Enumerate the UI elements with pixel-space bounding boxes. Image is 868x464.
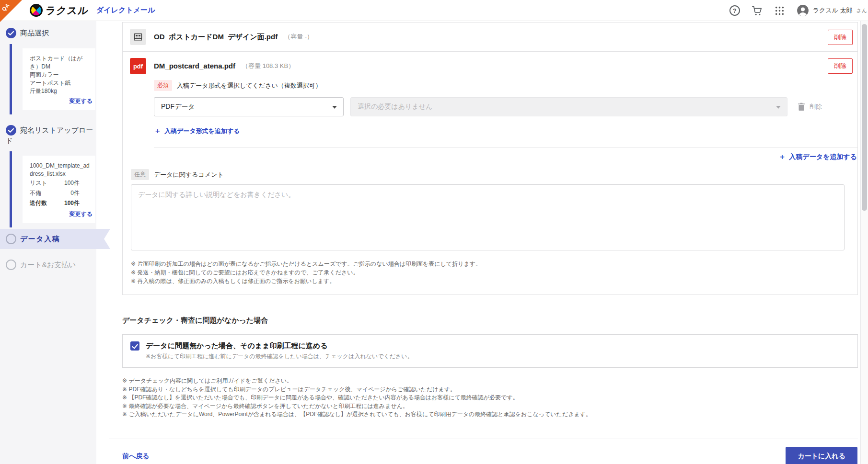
data-format-select[interactable]: PDFデータ [154, 97, 344, 116]
note-line: ※ PDF確認あり・なしどちらを選択しても印刷データのプレビューはデータチェック… [122, 386, 858, 394]
change-product-link[interactable]: 変更する [30, 97, 93, 105]
back-link[interactable]: 前へ戻る [122, 452, 150, 461]
service-title: ダイレクトメール [96, 6, 155, 15]
sidebar-step-data-upload[interactable]: データ入稿 [0, 229, 110, 249]
add-data-link[interactable]: ＋ 入稿データを追加する [778, 152, 857, 161]
note-line: ※ ご入稿いただいたデータにWord、PowerPointが含まれる場合は、【P… [122, 411, 858, 419]
proceed-to-print-checkbox[interactable] [130, 341, 139, 351]
raksul-logo-icon [30, 4, 43, 17]
user-name: ラクスル 太郎 [813, 6, 853, 15]
help-icon[interactable]: ? [729, 5, 741, 16]
product-summary-card: ポストカード（はがき）DM 両面カラー アートポスト紙 斤量180kg 変更する [23, 48, 95, 110]
main-content: OD_ポストカードDM_デザイン面.pdf （容量 -） 削除 pdf DM_p… [96, 21, 868, 464]
product-line: 両面カラー [30, 71, 93, 79]
qa-ribbon: QA [0, 0, 22, 22]
delete-format-row-label: 削除 [810, 102, 822, 111]
format-option-select-disabled[interactable]: 選択の必要はありません [350, 97, 787, 116]
note-line: ※ 再入稿の際は、修正面のみの入稿もしくは修正面のご指示をお願いします。 [131, 277, 850, 285]
raksul-logo[interactable]: ラクスル [30, 4, 89, 17]
required-badge: 必須 [154, 80, 172, 91]
page-scrollbar-track [860, 21, 868, 464]
add-format-link[interactable]: ＋ 入稿データ形式を追加する [154, 126, 240, 136]
change-address-list-link[interactable]: 変更する [30, 210, 93, 218]
section-divider [154, 147, 857, 147]
delete-file-button[interactable]: 削除 [828, 58, 853, 74]
proceed-to-print-note: ※お客様にて印刷工程に進む前にデータの最終確認をしたい場合は、チェックは入れない… [146, 352, 413, 361]
file-name: OD_ポストカードDM_デザイン面.pdf [154, 29, 278, 45]
format-instruction: 入稿データ形式を選択してください（複数選択可） [177, 81, 322, 90]
list-count-row: リスト 100件 [30, 178, 80, 188]
data-check-panel: データに問題無かった場合、そのまま印刷工程に進める ※お客様にて印刷工程に進む前… [122, 334, 858, 368]
comment-textarea[interactable] [131, 184, 845, 250]
cart-icon[interactable] [752, 5, 763, 16]
product-line: 斤量180kg [30, 87, 93, 95]
sidebar-step-cart-payment[interactable]: カート&お支払い [0, 255, 96, 270]
product-line: ポストカード（はがき）DM [30, 55, 93, 71]
trash-icon [798, 102, 805, 111]
file-size: （容量 -） [284, 29, 313, 45]
add-to-cart-button[interactable]: カートに入れる [786, 447, 857, 464]
product-line: アートポスト紙 [30, 79, 93, 87]
step-circle-icon [6, 260, 16, 270]
proceed-to-print-label: データに問題無かった場合、そのまま印刷工程に進める [146, 341, 413, 350]
steps-sidebar: 商品選択 ポストカード（はがき）DM 両面カラー アートポスト紙 斤量180kg… [0, 21, 96, 464]
uploaded-file-row-pdf: pdf DM_postcard_atena.pdf （容量 108.3 KB） … [123, 52, 857, 136]
step-done-check-icon [6, 125, 16, 136]
step-done-check-icon [6, 28, 16, 38]
note-line: ※ 片面印刷の折加工の場合はどの面が表になるかご指示いただけるとスムーズです。ご… [131, 260, 850, 268]
comment-section: 任意 データに関するコメント ※ 片面印刷の折加工の場合はどの面が表になるかご指… [123, 161, 857, 294]
plus-icon: ＋ [154, 126, 161, 136]
sidebar-step-address-list[interactable]: 宛名リストアップロード [0, 118, 96, 146]
file-size: （容量 108.3 KB） [242, 58, 294, 74]
data-check-notes: ※ データチェック内容に関してはご利用ガイドをご覧ください。 ※ PDF確認あり… [122, 377, 858, 419]
comment-label: データに関するコメント [154, 170, 224, 179]
error-count-row: 不備 0件 [30, 188, 80, 198]
step-circle-icon [6, 234, 16, 244]
note-line: ※ 最終確認が必要な場合、マイページから最終確認ボタンを押していただかないと印刷… [122, 403, 858, 410]
upload-notes: ※ 片面印刷の折加工の場合はどの面が表になるかご指示いただけるとスムーズです。ご… [131, 260, 850, 285]
step-label: データ入稿 [20, 235, 60, 243]
step-label: 商品選択 [20, 29, 49, 37]
note-line: ※ 発送・納期・梱包に関してのご要望にはお応えできかねますので、ご了承ください。 [131, 269, 850, 276]
qa-ribbon-label: QA [0, 2, 11, 12]
note-line: ※ 【PDF確認なし】を選択いただいた場合でも、印刷データに問題がある場合や、確… [122, 394, 858, 402]
sidebar-step-product[interactable]: 商品選択 [0, 21, 96, 38]
plus-icon: ＋ [778, 152, 786, 161]
raksul-logo-text: ラクスル [45, 4, 90, 17]
avatar-icon [797, 4, 809, 17]
account-menu[interactable]: ラクスル 太郎 さん [797, 4, 867, 17]
delete-file-button[interactable]: 削除 [828, 30, 853, 45]
address-list-summary-card: 1000_DM_template_address_list.xlsx リスト 1… [23, 156, 95, 223]
uploaded-file-row-design: OD_ポストカードDM_デザイン面.pdf （容量 -） 削除 [123, 23, 857, 51]
data-upload-panel: OD_ポストカードDM_デザイン面.pdf （容量 -） 削除 pdf DM_p… [122, 22, 858, 295]
step-label: 宛名リストアップロード [6, 126, 93, 145]
page-scrollbar-thumb[interactable] [862, 24, 867, 211]
delete-format-row-control[interactable]: 削除 [798, 102, 822, 111]
note-line: ※ データチェック内容に関してはご利用ガイドをご覧ください。 [122, 377, 858, 385]
app-header: QA ラクスル ダイレクトメール ? [0, 0, 868, 21]
send-count-row: 送付数 100件 [30, 198, 80, 208]
user-name-suffix: さん [856, 7, 867, 14]
optional-badge: 任意 [131, 169, 149, 180]
design-file-icon [130, 29, 146, 45]
apps-grid-icon[interactable] [774, 5, 786, 16]
pdf-file-icon: pdf [130, 58, 146, 74]
file-name: DM_postcard_atena.pdf [154, 58, 235, 74]
address-list-filename: 1000_DM_template_address_list.xlsx [30, 162, 93, 178]
page-footer: 前へ戻る カートに入れる [109, 439, 858, 464]
header-actions: ? ラクスル 太郎 さん [729, 0, 867, 21]
step-label: カート&お支払い [20, 260, 76, 269]
data-check-heading: データチェック・審査に問題がなかった場合 [122, 316, 858, 325]
